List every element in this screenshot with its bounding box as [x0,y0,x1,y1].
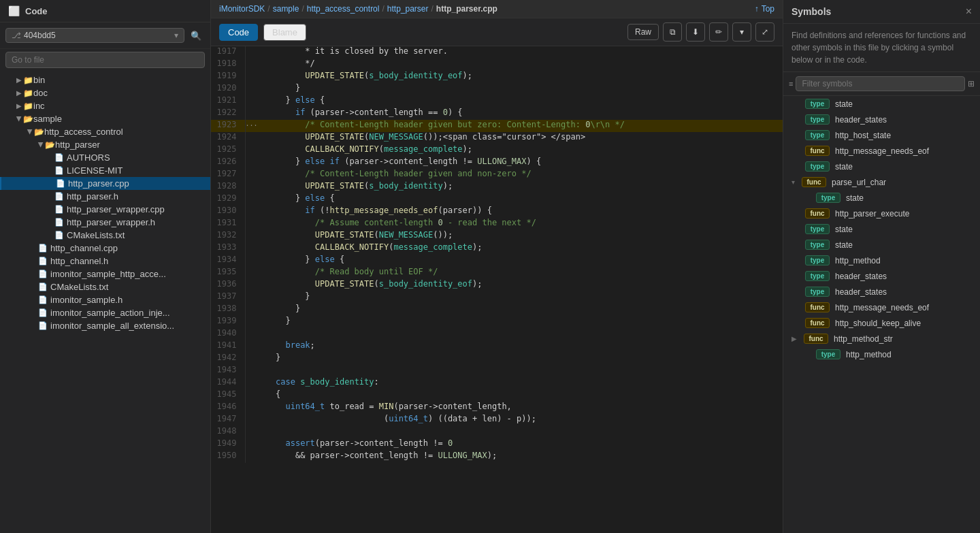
line-gutter [245,291,258,304]
symbol-item[interactable]: typeheader_states [783,284,980,300]
line-content: } [258,316,783,328]
line-content [258,328,783,340]
symbol-name: state [835,240,853,250]
symbol-item[interactable]: typehttp_method [783,253,980,268]
symbol-item[interactable]: typestate [783,237,980,253]
fullscreen-button[interactable]: ⤢ [755,22,774,42]
copy-button[interactable]: ⧉ [663,22,682,42]
breadcrumb-sample[interactable]: sample [273,4,299,14]
file-icon: 📄 [38,244,48,253]
file-icon: 📄 [38,321,48,330]
tree-label-imonitor-action: imonitor_sample_action_inje... [50,308,170,318]
tree-item-license[interactable]: 📄 LICENSE-MIT [0,164,210,177]
symbol-item[interactable]: typestate [783,96,980,112]
tree-item-http-parser-wrapper-cpp[interactable]: 📄 http_parser_wrapper.cpp [0,203,210,216]
copy-icon: ⧉ [670,27,676,37]
table-row: 1918 */ [211,59,783,71]
breadcrumb-http-parser[interactable]: http_parser [387,4,429,14]
tree-item-sample[interactable]: ▶ 📂 sample [0,112,210,125]
symbol-badge: type [805,130,830,140]
breadcrumb-http-access-control[interactable]: http_access_control [307,4,380,14]
tree-item-imonitor-sample-h[interactable]: 📄 imonitor_sample.h [0,293,210,306]
line-number: 1929 [211,193,245,206]
tree-item-imonitor-sample-http[interactable]: 📄 imonitor_sample_http_acce... [0,268,210,280]
code-tab[interactable]: Code [219,24,258,41]
code-area[interactable]: 1917 * it is closed by the server.1918 *… [211,46,783,533]
line-content: /* Assume content-length 0 - read the ne… [258,218,783,230]
symbol-item[interactable]: funchttp_parser_execute [783,206,980,221]
tree-item-http-parser-h[interactable]: 📄 http_parser.h [0,190,210,203]
table-row: 1920 } [211,83,783,95]
close-button[interactable]: × [966,5,972,18]
tree-item-http-channel-h[interactable]: 📄 http_channel.h [0,255,210,268]
line-number: 1923 [211,120,245,132]
chevron-down-icon: ▶ [37,142,45,148]
tree-item-http-parser-cpp[interactable]: 📄 http_parser.cpp [0,177,210,190]
symbol-badge: type [805,99,830,109]
breadcrumb-imonitorsdk[interactable]: iMonitorSDK [219,4,265,14]
symbol-item[interactable]: funchttp_message_needs_eof [783,143,980,159]
tree-item-imonitor-action[interactable]: 📄 imonitor_sample_action_inje... [0,306,210,319]
line-number: 1919 [211,71,245,83]
symbol-name: state [835,162,853,172]
table-row: 1946 uint64_t to_read = MIN(parser->cont… [211,402,783,414]
line-gutter [245,46,258,59]
line-number: 1941 [211,340,245,353]
file-icon: 📄 [38,282,48,291]
tree-item-imonitor-all[interactable]: 📄 imonitor_sample_all_extensio... [0,319,210,332]
symbol-item[interactable]: typehttp_host_state [783,127,980,143]
symbol-name: header_states [835,272,887,281]
symbols-filter-input[interactable] [796,76,965,91]
tree-item-http-channel-cpp[interactable]: 📄 http_channel.cpp [0,242,210,255]
tree-item-http-parser[interactable]: ▶ 📂 http_parser [0,138,210,151]
search-button[interactable]: 🔍 [187,27,205,44]
edit-button[interactable]: ✏ [709,22,728,42]
symbol-item[interactable]: ▾funcparse_url_char [783,174,980,190]
line-number: 1931 [211,218,245,230]
more-button[interactable]: ▾ [732,22,751,42]
branch-name: 404bdd5 [24,31,172,40]
tree-item-cmakelists-hp[interactable]: 📄 CMakeLists.txt [0,229,210,242]
line-content: * it is closed by the server. [258,46,783,59]
raw-button[interactable]: Raw [627,24,659,40]
table-row: 1949 assert(parser->content_length != 0 [211,438,783,451]
line-number: 1940 [211,328,245,340]
go-to-file-input[interactable] [5,52,205,68]
tree-label-http-channel-cpp: http_channel.cpp [50,243,118,253]
symbol-item[interactable]: funchttp_message_needs_eof [783,300,980,315]
symbol-badge: func [805,208,830,219]
tree-item-http-parser-wrapper-h[interactable]: 📄 http_parser_wrapper.h [0,216,210,229]
symbol-item[interactable]: typestate [783,221,980,237]
line-gutter: ... [245,120,258,132]
line-content: } else { [258,255,783,267]
line-gutter [245,59,258,71]
tree-label-imonitor-sample-h: imonitor_sample.h [50,295,122,305]
tree-item-authors[interactable]: 📄 AUTHORS [0,151,210,164]
table-row: 1927 /* Content-Length header given and … [211,169,783,181]
tree-item-doc[interactable]: ▶ 📁 doc [0,86,210,99]
line-gutter [245,242,258,255]
branch-selector[interactable]: ⎇ 404bdd5 ▾ [5,28,184,43]
tree-item-cmakelists2[interactable]: 📄 CMakeLists.txt [0,280,210,293]
symbol-badge: func [804,334,828,344]
tree-item-bin[interactable]: ▶ 📁 bin [0,74,210,86]
download-icon: ⬇ [692,27,699,37]
top-button[interactable]: ↑ Top [755,4,774,14]
download-button[interactable]: ⬇ [686,22,705,42]
symbol-item[interactable]: typeheader_states [783,112,980,127]
table-row: 1919 UPDATE_STATE(s_body_identity_eof); [211,71,783,83]
symbol-item[interactable]: typestate [783,190,980,206]
table-row: 1928 UPDATE_STATE(s_body_identity); [211,181,783,193]
blame-tab[interactable]: Blame [263,24,306,41]
symbol-item[interactable]: typestate [783,159,980,174]
symbol-item[interactable]: funchttp_should_keep_alive [783,315,980,331]
symbol-item[interactable]: typehttp_method [783,346,980,362]
tree-item-inc[interactable]: ▶ 📁 inc [0,99,210,112]
breadcrumb-sep2: / [301,4,304,14]
symbol-item[interactable]: typeheader_states [783,268,980,284]
symbol-item[interactable]: ▶funchttp_method_str [783,331,980,346]
symbol-name: state [846,193,864,203]
tree-item-http-access-control[interactable]: ▶ 📂 http_access_control [0,125,210,138]
line-gutter [245,389,258,402]
go-to-file-container [0,49,210,71]
